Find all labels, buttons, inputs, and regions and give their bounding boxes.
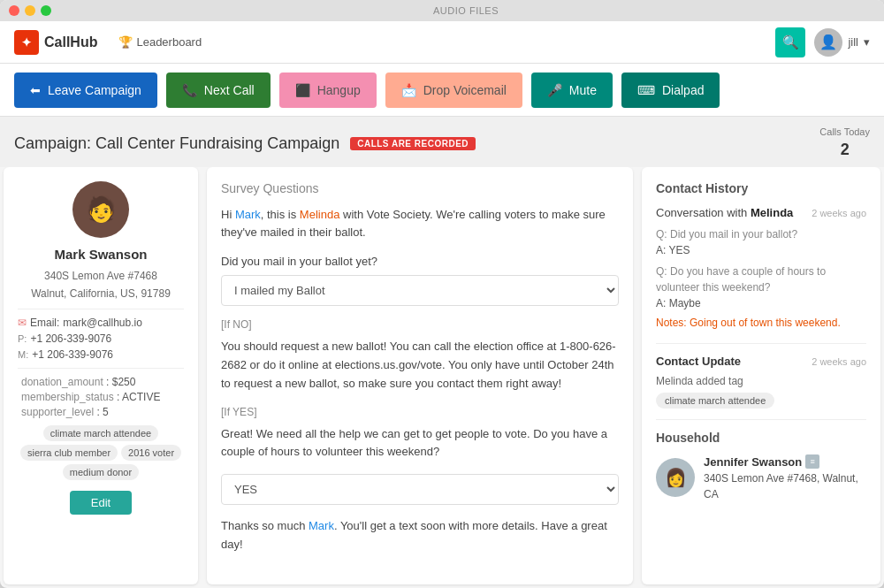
contact-avatar: 🧑 — [72, 181, 129, 238]
tag-climate: climate march attendee — [43, 425, 158, 441]
content-area: 🧑 Mark Swanson 340S Lemon Ave #7468 Waln… — [0, 167, 884, 588]
melinda-link[interactable]: Melinda — [300, 208, 340, 221]
history-title: Contact History — [656, 181, 866, 195]
membership-label: membership_status — [21, 391, 114, 403]
household-divider — [656, 419, 866, 420]
update-title: Contact Update — [656, 355, 741, 368]
household-avatar: 👩 — [656, 458, 695, 497]
hangup-label: Hangup — [317, 83, 361, 97]
contact-name: Mark Swanson — [18, 247, 184, 262]
mark-link[interactable]: Mark — [235, 208, 261, 221]
leaderboard-link[interactable]: 🏆 Leaderboard — [118, 35, 202, 49]
history-q1: Q: Did you mail in your ballot? — [656, 228, 797, 241]
phone-p-label: P: — [18, 333, 27, 344]
if-no-label: [If NO] — [221, 318, 619, 331]
minimize-dot[interactable] — [25, 5, 35, 16]
survey-q2-select[interactable]: YES NO Maybe — [221, 474, 619, 505]
survey-closing: Thanks so much Mark. You'll get a text s… — [221, 517, 619, 554]
leave-campaign-label: Leave Campaign — [48, 83, 141, 97]
supporter-level-row: supporter_level : 5 — [18, 406, 184, 418]
edit-button[interactable]: Edit — [70, 491, 132, 515]
contact-divider-2 — [18, 368, 184, 369]
history-update: Contact Update 2 weeks ago Melinda added… — [656, 355, 866, 409]
drop-voicemail-label: Drop Voicemail — [423, 83, 507, 97]
history-conversation: Conversation with Melinda 2 weeks ago Q:… — [656, 206, 866, 329]
next-call-label: Next Call — [204, 83, 255, 97]
history-a2: A: Maybe — [656, 297, 701, 309]
search-button[interactable]: 🔍 — [775, 27, 805, 57]
leaderboard-label: Leaderboard — [136, 35, 202, 49]
membership-status-row: membership_status : ACTIVE — [18, 391, 184, 403]
phone-icon: 📞 — [182, 83, 197, 97]
logo[interactable]: ✦ CallHub — [14, 30, 97, 55]
campaign-title: Campaign: Call Center Fundraising Campai… — [14, 134, 339, 153]
trophy-icon: 🏆 — [118, 35, 133, 49]
tag-sierra: sierra club member — [20, 445, 118, 461]
tag-voter: 2016 voter — [121, 445, 181, 461]
tag-donor: medium donor — [63, 464, 139, 480]
maximize-dot[interactable] — [41, 5, 51, 16]
next-call-button[interactable]: 📞 Next Call — [166, 73, 271, 108]
history-qa-1: Q: Did you mail in your ballot? A: YES — [656, 226, 866, 258]
user-name: jill — [848, 35, 858, 49]
calls-today: Calls Today 2 — [819, 126, 870, 162]
household-member: 👩 Jennifer Swanson ≡ 340S Lemon Ave #746… — [656, 454, 866, 503]
hangup-icon: ⬛ — [295, 83, 310, 97]
leave-campaign-button[interactable]: ⬅ Leave Campaign — [14, 73, 157, 108]
supporter-label: supporter_level — [21, 406, 94, 418]
membership-value: : ACTIVE — [117, 391, 160, 403]
mark-closing-link[interactable]: Mark — [309, 519, 334, 532]
tags-container: climate march attendee sierra club membe… — [18, 425, 184, 480]
survey-q1-label: Did you mail in your ballot yet? — [221, 255, 619, 268]
title-bar: AUDIO FILES — [0, 0, 884, 21]
donation-label: donation_amount — [21, 376, 103, 388]
history-qa-2: Q: Do you have a couple of hours to volu… — [656, 263, 866, 311]
voicemail-icon: 📩 — [401, 83, 416, 97]
contact-divider — [18, 309, 184, 309]
exit-icon: ⬅ — [30, 83, 41, 97]
household-address: 340S Lemon Ave #7468, Walnut, CA — [704, 470, 866, 502]
mute-button[interactable]: 🎤 Mute — [531, 73, 613, 108]
mute-label: Mute — [569, 83, 597, 97]
microphone-icon: 🎤 — [547, 83, 562, 97]
update-timestamp: 2 weeks ago — [812, 356, 866, 367]
toolbar: ⬅ Leave Campaign 📞 Next Call ⬛ Hangup 📩 … — [0, 64, 884, 117]
recorded-badge: CALLS ARE RECORDED — [350, 137, 476, 150]
contact-address-line1: 340S Lemon Ave #7468 — [18, 269, 184, 284]
title-bar-text: AUDIO FILES — [433, 5, 499, 16]
survey-panel: Survey Questions Hi Mark, this is Melind… — [207, 167, 633, 584]
email-value: mark@callhub.io — [63, 317, 142, 329]
email-label: Email: — [30, 317, 59, 329]
drop-voicemail-button[interactable]: 📩 Drop Voicemail — [385, 73, 522, 108]
dialpad-button[interactable]: ⌨ Dialpad — [621, 73, 720, 108]
update-header: Contact Update 2 weeks ago — [656, 355, 866, 368]
contact-card: 🧑 Mark Swanson 340S Lemon Ave #7468 Waln… — [4, 167, 198, 584]
contact-phone-m: M: +1 206-339-9076 — [18, 348, 184, 361]
hangup-button[interactable]: ⬛ Hangup — [279, 73, 377, 108]
survey-q1-select[interactable]: I mailed my Ballot Not yet Don't know — [221, 275, 619, 306]
history-note: Notes: Going out of town this weekend. — [656, 317, 866, 329]
update-action: Melinda added tag — [656, 375, 743, 387]
if-yes-text: Great! We need all the help we can get t… — [221, 425, 619, 462]
donation-value: : $250 — [106, 376, 135, 388]
contact-address-line2: Walnut, California, US, 91789 — [18, 286, 184, 302]
household-info: Jennifer Swanson ≡ 340S Lemon Ave #7468,… — [704, 454, 866, 503]
if-no-text: You should request a new ballot! You can… — [221, 338, 619, 393]
calls-today-label: Calls Today — [819, 126, 870, 137]
navbar: ✦ CallHub 🏆 Leaderboard 🔍 👤 jill ▾ — [0, 21, 884, 64]
survey-intro: Hi Mark, this is Melinda with Vote Socie… — [221, 206, 619, 243]
history-panel: Contact History Conversation with Melind… — [642, 167, 880, 584]
update-row: Melinda added tag climate march attendee — [656, 375, 866, 409]
household-icon: ≡ — [805, 454, 819, 469]
page-body: Campaign: Call Center Fundraising Campai… — [0, 117, 884, 588]
supporter-value: : 5 — [96, 406, 108, 418]
household-name: Jennifer Swanson ≡ — [704, 454, 866, 471]
navbar-right: 🔍 👤 jill ▾ — [775, 27, 870, 57]
history-q2: Q: Do you have a couple of hours to volu… — [656, 265, 826, 294]
update-tag: climate march attendee — [656, 393, 774, 409]
household-title: Household — [656, 431, 866, 445]
phone-p-value: +1 206-339-9076 — [30, 332, 111, 345]
dialpad-label: Dialpad — [662, 83, 704, 97]
user-menu-button[interactable]: 👤 jill ▾ — [814, 28, 870, 57]
close-dot[interactable] — [9, 5, 19, 16]
